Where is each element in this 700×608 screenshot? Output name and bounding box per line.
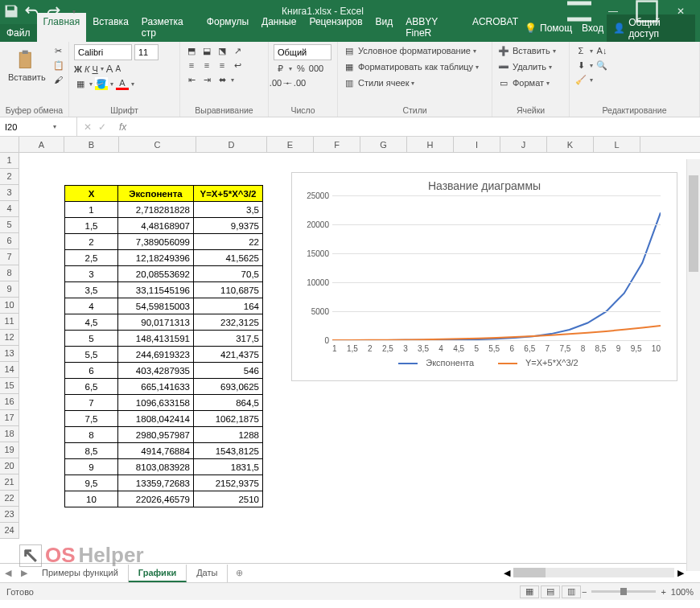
col-header[interactable]: E [267,137,314,152]
normal-view-icon[interactable]: ▦ [520,585,539,598]
hscroll-left-icon[interactable]: ◀ [504,568,510,578]
table-cell[interactable]: 4,5 [65,314,118,331]
undo-icon[interactable] [24,3,40,19]
page-break-view-icon[interactable]: ▥ [562,585,581,598]
row-header[interactable]: 3 [0,185,19,201]
row-header[interactable]: 8 [0,265,19,281]
table-cell[interactable]: 1543,8125 [194,443,263,459]
format-table-button[interactable]: ▦Форматировать как таблицу▾ [343,60,487,73]
table-cell[interactable]: 6,5 [65,379,118,395]
autosum-icon[interactable]: Σ [574,44,587,57]
row-header[interactable]: 4 [0,201,19,217]
row-header[interactable]: 2 [0,169,19,185]
table-cell[interactable]: 546 [194,363,263,379]
align-right-icon[interactable]: ≡ [216,59,229,72]
table-cell[interactable]: 693,0625 [194,379,263,395]
tell-me-icon[interactable]: 💡 [525,23,537,34]
hscroll-right-icon[interactable]: ▶ [677,568,684,578]
table-cell[interactable]: 1 [65,202,118,218]
ribbon-options-icon[interactable] [563,3,595,19]
delete-cells-button[interactable]: ➖Удалить▾ [497,60,564,73]
row-header[interactable]: 5 [0,217,19,233]
redo-icon[interactable] [45,3,61,19]
col-header[interactable]: D [196,137,267,152]
table-cell[interactable]: 1831,5 [194,459,263,475]
col-header[interactable]: G [360,137,407,152]
align-left-icon[interactable]: ≡ [185,59,198,72]
table-cell[interactable]: 164 [194,298,263,314]
row-header[interactable]: 1 [0,153,19,169]
enter-formula-icon[interactable]: ✓ [98,121,106,133]
table-header[interactable]: X [65,186,118,202]
row-header[interactable]: 14 [0,362,19,378]
table-cell[interactable]: 3,5 [65,282,118,298]
zoom-level[interactable]: 100% [671,587,694,597]
row-header[interactable]: 21 [0,474,19,491]
table-cell[interactable]: 244,6919323 [118,347,194,363]
font-size-input[interactable] [134,44,159,60]
row-header[interactable]: 18 [0,426,19,442]
table-cell[interactable]: 70,5 [194,266,263,282]
table-cell[interactable]: 2,5 [65,250,118,266]
chart-title[interactable]: Название диаграммы [292,173,677,195]
wrap-text-icon[interactable]: ↩ [231,59,244,72]
row-header[interactable]: 19 [0,442,19,458]
table-cell[interactable]: 22026,46579 [118,491,194,507]
cell-styles-button[interactable]: ▥Стили ячеек▾ [343,76,487,89]
format-painter-icon[interactable]: 🖌 [52,73,65,86]
cut-icon[interactable]: ✂ [52,44,65,57]
table-cell[interactable]: 90,0171313 [118,314,194,331]
row-header[interactable]: 6 [0,233,19,249]
table-cell[interactable]: 864,5 [194,395,263,411]
tab-вставка[interactable]: Вставка [86,13,135,42]
row-header[interactable]: 7 [0,249,19,265]
clear-icon[interactable]: 🧹 [574,73,587,86]
table-cell[interactable]: 9 [65,459,118,475]
qat-dropdown-icon[interactable]: ▾ [66,3,82,19]
row-header[interactable]: 24 [0,523,19,539]
table-cell[interactable]: 1096,633158 [118,395,194,411]
table-cell[interactable]: 2,718281828 [118,202,194,218]
table-cell[interactable]: 5,5 [65,347,118,363]
decrease-indent-icon[interactable]: ⇤ [185,73,198,86]
insert-cells-button[interactable]: ➕Вставить▾ [497,44,564,57]
currency-icon[interactable]: ₽ [274,62,286,75]
sheet-nav-next-icon[interactable]: ▶ [16,568,32,578]
name-box[interactable]: ▾ [0,117,77,136]
spreadsheet-grid[interactable]: ABCDEFGHIJKL 123456789101112131415161718… [0,137,700,563]
table-cell[interactable]: 148,4131591 [118,331,194,347]
save-icon[interactable] [3,3,19,19]
fill-color-icon[interactable]: 🪣 [95,77,108,90]
sheet-tab[interactable]: Даты [187,565,228,582]
col-header[interactable]: A [19,137,64,152]
table-cell[interactable]: 5 [65,331,118,347]
table-cell[interactable]: 22 [194,234,263,250]
col-header[interactable]: I [454,137,500,152]
table-cell[interactable]: 317,5 [194,331,263,347]
table-cell[interactable]: 8,5 [65,443,118,459]
name-box-input[interactable] [5,122,53,132]
col-header[interactable]: C [119,137,196,152]
page-layout-view-icon[interactable]: ▤ [541,585,560,598]
fx-icon[interactable]: fx [113,121,133,133]
font-color-icon[interactable]: A [116,77,129,90]
minimize-icon[interactable]: — [597,3,629,19]
vertical-scrollbar[interactable] [686,159,700,571]
formula-input[interactable] [133,121,700,133]
row-header[interactable]: 22 [0,491,19,507]
table-cell[interactable]: 4 [65,298,118,314]
close-icon[interactable]: ✕ [665,3,697,19]
table-cell[interactable]: 2 [65,234,118,250]
row-header[interactable]: 10 [0,298,19,314]
col-header[interactable]: J [500,137,547,152]
table-cell[interactable]: 9,5 [65,475,118,491]
table-cell[interactable]: 3 [65,266,118,282]
format-cells-button[interactable]: ▭Формат▾ [497,76,564,89]
table-cell[interactable]: 4914,76884 [118,443,194,459]
sheet-nav-prev-icon[interactable]: ◀ [0,568,16,578]
row-header[interactable]: 12 [0,330,19,346]
italic-button[interactable]: К [84,64,89,74]
maximize-icon[interactable] [631,3,663,19]
table-cell[interactable]: 12,18249396 [118,250,194,266]
border-icon[interactable]: ▦ [74,77,87,90]
